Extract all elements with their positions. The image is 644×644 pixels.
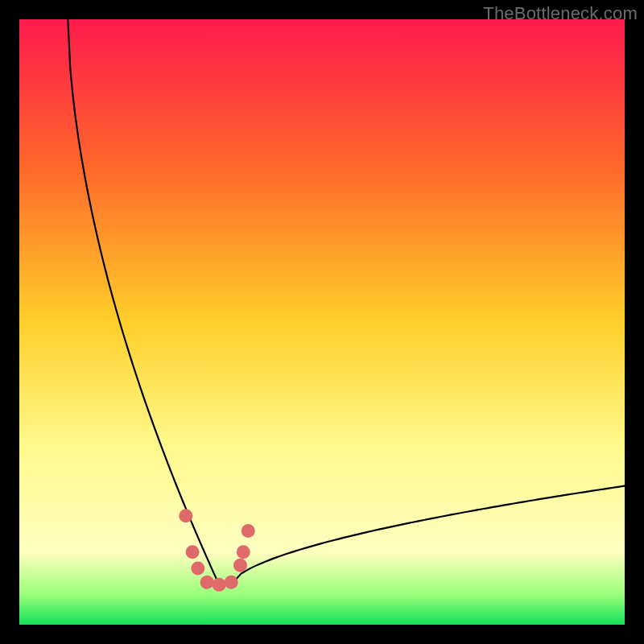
marker-dot — [237, 545, 250, 559]
bottleneck-chart — [19, 19, 625, 625]
marker-dot — [186, 545, 200, 559]
chart-frame — [19, 19, 625, 625]
marker-dot — [242, 524, 255, 538]
marker-dot — [233, 559, 247, 572]
gradient-background — [19, 19, 625, 625]
watermark: TheBottleneck.com — [483, 3, 638, 24]
marker-dot — [191, 562, 204, 576]
marker-dot — [179, 509, 192, 522]
marker-dot — [200, 576, 214, 589]
marker-dot — [225, 576, 238, 589]
marker-dot — [213, 578, 226, 592]
